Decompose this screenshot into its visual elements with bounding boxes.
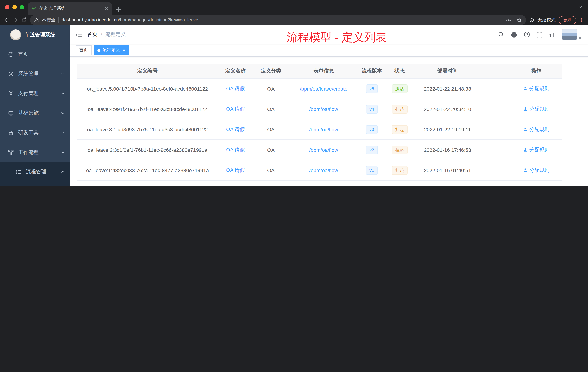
sidebar-item-label: 支付管理 [18,90,39,97]
tab-list-chevron-icon[interactable] [578,4,583,10]
cell-deploy-time: 2022-01-22 19:19:11 [414,119,481,139]
dashboard-icon [8,51,14,57]
assign-rule-button[interactable]: 分配规则 [523,106,550,112]
tab-close-icon[interactable] [104,6,108,10]
active-dot [97,49,100,52]
sidebar-item-infrastructure[interactable]: 基础设施 [0,103,70,123]
tab-title: 芋道管理系统 [39,5,101,11]
sidebar-item-label: 工作流程 [18,149,39,156]
form-info-link[interactable]: /bpm/oa/flow [309,147,338,153]
bookmark-star-icon[interactable] [516,17,522,23]
chevron-up-icon [61,170,65,174]
status-badge: 挂起 [392,105,408,113]
zoom-window-button[interactable] [20,5,24,10]
breadcrumb-separator: / [101,32,102,37]
fullscreen-icon[interactable] [536,32,543,38]
cell-category: OA [253,160,289,180]
reload-button[interactable] [21,17,27,23]
sidebar-item-payment[interactable]: 支付管理 [0,84,70,103]
browser-update-button[interactable]: 更新 [558,16,576,24]
form-info-link[interactable]: /bpm/oa/flow [309,106,338,112]
header-actions: 操作 [510,64,562,78]
cell-definition-id: oa_leave:2:3c1f0ef1-76b1-11ec-9c66-a2380… [77,140,218,160]
sidebar: 芋道管理系统 首页 系统管理 支付管理 [0,25,70,186]
assign-rule-button[interactable]: 分配规则 [523,146,550,153]
breadcrumb: 首页 / 流程定义 [87,31,126,38]
tags-view-bar: 首页 流程定义 [70,44,588,57]
browser-tab[interactable]: 芋道管理系统 [28,2,112,15]
gear-icon [8,71,14,77]
user-icon [523,127,527,132]
incognito-label: 无痕模式 [537,17,556,23]
assign-rule-button[interactable]: 分配规则 [523,126,550,133]
header-form-info: 表单信息 [289,64,358,78]
definition-name-link[interactable]: OA 请假 [226,85,245,92]
search-icon[interactable] [498,31,504,38]
workflow-icon [8,150,14,155]
sidebar-item-system[interactable]: 系统管理 [0,64,70,84]
back-button[interactable] [4,17,10,23]
breadcrumb-home[interactable]: 首页 [87,31,97,38]
cell-category: OA [253,79,289,99]
status-badge: 挂起 [392,145,408,154]
browser-menu-icon[interactable] [579,17,584,23]
forward-button[interactable] [12,17,18,23]
url-text: dashboard.yudao.iocoder.cn/bpm/manager/d… [58,17,503,22]
not-secure-warning-icon [34,17,39,22]
assign-rule-button[interactable]: 分配规则 [523,167,550,174]
password-key-icon[interactable] [506,17,511,23]
sidebar-collapse-icon[interactable] [75,31,82,38]
chevron-down-icon [61,131,65,135]
sidebar-item-process-form[interactable]: 流程表单 [0,181,70,186]
tab-favicon [31,6,36,11]
sidebar-item-home[interactable]: 首页 [0,44,70,64]
browser-titlebar: 芋道管理系统 [0,0,588,15]
user-icon [523,168,527,173]
form-info-link[interactable]: /bpm/oa/flow [309,167,338,173]
sidebar-item-label: 系统管理 [18,71,39,77]
cell-deploy-time: 2022-01-22 21:48:38 [414,79,481,99]
cell-definition-id: oa_leave:1:482ec033-762a-11ec-8477-a2380… [77,160,218,180]
security-label: 不安全 [42,17,55,23]
workflow-submenu: 流程管理 流程表单 用户分组 [0,162,70,186]
form-info-link[interactable]: /bpm/oa/leave/create [300,86,347,92]
definition-name-link[interactable]: OA 请假 [226,126,245,133]
sidebar-item-label: 流程管理 [26,169,46,175]
minimize-window-button[interactable] [12,5,17,10]
header-deploy-time: 部署时间 [414,64,481,78]
window-controls [5,5,24,10]
tag-home[interactable]: 首页 [76,45,92,55]
definition-name-link[interactable]: OA 请假 [226,167,245,174]
table-row: oa_leave:2:3c1f0ef1-76b1-11ec-9c66-a2380… [77,140,562,160]
github-icon[interactable] [511,31,517,38]
sidebar-item-dev-tools[interactable]: 研发工具 [0,123,70,143]
address-bar[interactable]: 不安全 dashboard.yudao.iocoder.cn/bpm/manag… [30,15,526,25]
new-tab-button[interactable] [116,7,121,12]
avatar [562,29,577,40]
font-size-icon[interactable] [549,32,556,38]
sidebar-item-process-management[interactable]: 流程管理 [0,162,70,181]
sidebar-item-workflow[interactable]: 工作流程 [0,143,70,162]
help-question-icon[interactable] [524,31,530,38]
table-row: oa_leave:4:991f2193-7b7f-11ec-a3c8-acde4… [77,99,562,119]
chevron-down-icon [61,111,65,115]
chevron-down-icon [61,91,65,96]
version-tag: v1 [366,166,378,175]
definition-name-link[interactable]: OA 请假 [226,146,245,153]
tag-process-definition[interactable]: 流程定义 [94,45,129,55]
tag-close-icon[interactable] [122,48,126,52]
cell-deploy-time: 2022-01-22 20:34:10 [414,99,481,119]
cell-category: OA [253,119,289,139]
form-info-link[interactable]: /bpm/oa/flow [309,127,338,132]
assign-rule-button[interactable]: 分配规则 [523,85,550,92]
definition-name-link[interactable]: OA 请假 [226,106,245,112]
user-icon [523,107,527,111]
table-row: oa_leave:3:1fad3d93-7b75-11ec-a3c8-acde4… [77,119,562,140]
close-window-button[interactable] [5,5,10,10]
page-content: 定义编号 定义名称 定义分类 表单信息 流程版本 状态 部署时间 操作 oa_l… [70,57,588,186]
cell-deploy-time: 2022-01-16 17:46:53 [414,140,481,160]
user-avatar-dropdown[interactable] [562,29,581,40]
monitor-icon [8,110,14,116]
sidebar-logo[interactable]: 芋道管理系统 [0,25,70,44]
navbar-actions [498,29,581,40]
